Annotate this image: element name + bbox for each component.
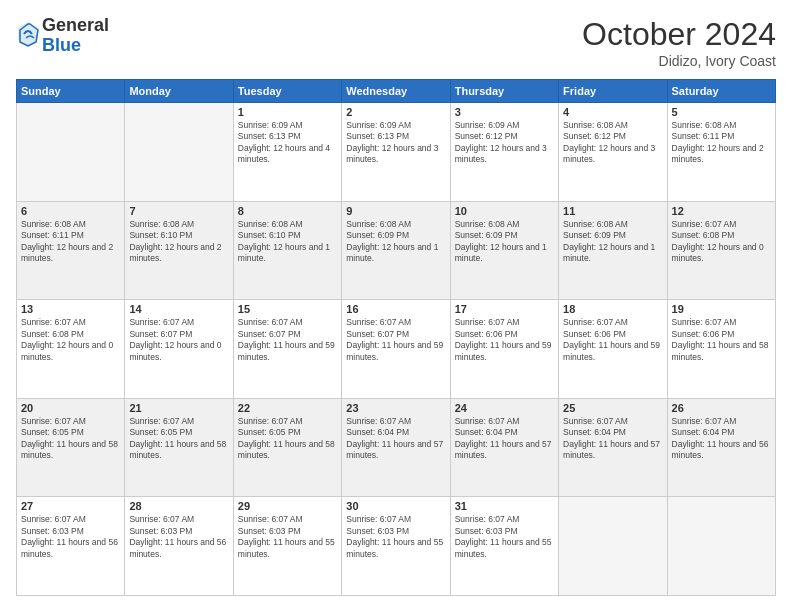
table-row: 6Sunrise: 6:08 AM Sunset: 6:11 PM Daylig… [17, 201, 125, 300]
table-row: 19Sunrise: 6:07 AM Sunset: 6:06 PM Dayli… [667, 300, 775, 399]
day-number: 31 [455, 500, 554, 512]
table-row: 5Sunrise: 6:08 AM Sunset: 6:11 PM Daylig… [667, 103, 775, 202]
day-number: 11 [563, 205, 662, 217]
table-row: 11Sunrise: 6:08 AM Sunset: 6:09 PM Dayli… [559, 201, 667, 300]
day-detail: Sunrise: 6:08 AM Sunset: 6:10 PM Dayligh… [238, 219, 337, 265]
day-number: 8 [238, 205, 337, 217]
table-row: 16Sunrise: 6:07 AM Sunset: 6:07 PM Dayli… [342, 300, 450, 399]
day-number: 17 [455, 303, 554, 315]
title-area: October 2024 Didizo, Ivory Coast [582, 16, 776, 69]
col-monday: Monday [125, 80, 233, 103]
table-row: 17Sunrise: 6:07 AM Sunset: 6:06 PM Dayli… [450, 300, 558, 399]
day-detail: Sunrise: 6:07 AM Sunset: 6:08 PM Dayligh… [21, 317, 120, 363]
day-detail: Sunrise: 6:09 AM Sunset: 6:12 PM Dayligh… [455, 120, 554, 166]
day-detail: Sunrise: 6:07 AM Sunset: 6:03 PM Dayligh… [21, 514, 120, 560]
day-number: 5 [672, 106, 771, 118]
day-detail: Sunrise: 6:07 AM Sunset: 6:05 PM Dayligh… [129, 416, 228, 462]
calendar-week-row: 1Sunrise: 6:09 AM Sunset: 6:13 PM Daylig… [17, 103, 776, 202]
day-number: 15 [238, 303, 337, 315]
logo-blue-text: Blue [42, 36, 109, 56]
table-row: 14Sunrise: 6:07 AM Sunset: 6:07 PM Dayli… [125, 300, 233, 399]
table-row: 22Sunrise: 6:07 AM Sunset: 6:05 PM Dayli… [233, 398, 341, 497]
day-detail: Sunrise: 6:07 AM Sunset: 6:06 PM Dayligh… [455, 317, 554, 363]
day-number: 24 [455, 402, 554, 414]
calendar-week-row: 13Sunrise: 6:07 AM Sunset: 6:08 PM Dayli… [17, 300, 776, 399]
day-number: 30 [346, 500, 445, 512]
day-detail: Sunrise: 6:09 AM Sunset: 6:13 PM Dayligh… [346, 120, 445, 166]
table-row: 2Sunrise: 6:09 AM Sunset: 6:13 PM Daylig… [342, 103, 450, 202]
day-detail: Sunrise: 6:07 AM Sunset: 6:04 PM Dayligh… [455, 416, 554, 462]
day-detail: Sunrise: 6:07 AM Sunset: 6:08 PM Dayligh… [672, 219, 771, 265]
day-detail: Sunrise: 6:07 AM Sunset: 6:03 PM Dayligh… [346, 514, 445, 560]
table-row: 18Sunrise: 6:07 AM Sunset: 6:06 PM Dayli… [559, 300, 667, 399]
day-number: 29 [238, 500, 337, 512]
calendar-week-row: 20Sunrise: 6:07 AM Sunset: 6:05 PM Dayli… [17, 398, 776, 497]
day-number: 26 [672, 402, 771, 414]
table-row: 1Sunrise: 6:09 AM Sunset: 6:13 PM Daylig… [233, 103, 341, 202]
logo-general-text: General [42, 16, 109, 36]
day-detail: Sunrise: 6:07 AM Sunset: 6:04 PM Dayligh… [672, 416, 771, 462]
day-detail: Sunrise: 6:08 AM Sunset: 6:11 PM Dayligh… [21, 219, 120, 265]
table-row: 25Sunrise: 6:07 AM Sunset: 6:04 PM Dayli… [559, 398, 667, 497]
day-number: 10 [455, 205, 554, 217]
day-detail: Sunrise: 6:07 AM Sunset: 6:05 PM Dayligh… [238, 416, 337, 462]
day-number: 19 [672, 303, 771, 315]
table-row: 12Sunrise: 6:07 AM Sunset: 6:08 PM Dayli… [667, 201, 775, 300]
table-row: 13Sunrise: 6:07 AM Sunset: 6:08 PM Dayli… [17, 300, 125, 399]
table-row [559, 497, 667, 596]
day-number: 7 [129, 205, 228, 217]
table-row: 27Sunrise: 6:07 AM Sunset: 6:03 PM Dayli… [17, 497, 125, 596]
day-number: 22 [238, 402, 337, 414]
table-row: 10Sunrise: 6:08 AM Sunset: 6:09 PM Dayli… [450, 201, 558, 300]
table-row: 26Sunrise: 6:07 AM Sunset: 6:04 PM Dayli… [667, 398, 775, 497]
day-number: 28 [129, 500, 228, 512]
day-detail: Sunrise: 6:07 AM Sunset: 6:03 PM Dayligh… [238, 514, 337, 560]
day-detail: Sunrise: 6:08 AM Sunset: 6:09 PM Dayligh… [563, 219, 662, 265]
day-detail: Sunrise: 6:07 AM Sunset: 6:07 PM Dayligh… [346, 317, 445, 363]
logo-icon [16, 20, 40, 48]
month-title: October 2024 [582, 16, 776, 53]
table-row: 28Sunrise: 6:07 AM Sunset: 6:03 PM Dayli… [125, 497, 233, 596]
day-detail: Sunrise: 6:07 AM Sunset: 6:06 PM Dayligh… [563, 317, 662, 363]
day-number: 25 [563, 402, 662, 414]
day-number: 6 [21, 205, 120, 217]
day-detail: Sunrise: 6:07 AM Sunset: 6:04 PM Dayligh… [563, 416, 662, 462]
day-number: 3 [455, 106, 554, 118]
day-detail: Sunrise: 6:07 AM Sunset: 6:03 PM Dayligh… [455, 514, 554, 560]
day-number: 1 [238, 106, 337, 118]
logo: General Blue [16, 16, 109, 56]
col-wednesday: Wednesday [342, 80, 450, 103]
day-number: 23 [346, 402, 445, 414]
table-row: 30Sunrise: 6:07 AM Sunset: 6:03 PM Dayli… [342, 497, 450, 596]
day-detail: Sunrise: 6:08 AM Sunset: 6:10 PM Dayligh… [129, 219, 228, 265]
day-number: 16 [346, 303, 445, 315]
col-saturday: Saturday [667, 80, 775, 103]
day-detail: Sunrise: 6:09 AM Sunset: 6:13 PM Dayligh… [238, 120, 337, 166]
day-number: 21 [129, 402, 228, 414]
table-row: 29Sunrise: 6:07 AM Sunset: 6:03 PM Dayli… [233, 497, 341, 596]
weekday-header-row: Sunday Monday Tuesday Wednesday Thursday… [17, 80, 776, 103]
day-detail: Sunrise: 6:08 AM Sunset: 6:12 PM Dayligh… [563, 120, 662, 166]
day-number: 13 [21, 303, 120, 315]
day-number: 18 [563, 303, 662, 315]
day-detail: Sunrise: 6:07 AM Sunset: 6:06 PM Dayligh… [672, 317, 771, 363]
day-detail: Sunrise: 6:08 AM Sunset: 6:09 PM Dayligh… [346, 219, 445, 265]
day-number: 9 [346, 205, 445, 217]
table-row: 15Sunrise: 6:07 AM Sunset: 6:07 PM Dayli… [233, 300, 341, 399]
table-row: 8Sunrise: 6:08 AM Sunset: 6:10 PM Daylig… [233, 201, 341, 300]
day-number: 4 [563, 106, 662, 118]
day-detail: Sunrise: 6:08 AM Sunset: 6:11 PM Dayligh… [672, 120, 771, 166]
table-row [17, 103, 125, 202]
day-detail: Sunrise: 6:07 AM Sunset: 6:05 PM Dayligh… [21, 416, 120, 462]
col-sunday: Sunday [17, 80, 125, 103]
col-tuesday: Tuesday [233, 80, 341, 103]
day-number: 27 [21, 500, 120, 512]
table-row: 3Sunrise: 6:09 AM Sunset: 6:12 PM Daylig… [450, 103, 558, 202]
table-row [667, 497, 775, 596]
table-row: 24Sunrise: 6:07 AM Sunset: 6:04 PM Dayli… [450, 398, 558, 497]
location-subtitle: Didizo, Ivory Coast [582, 53, 776, 69]
day-number: 20 [21, 402, 120, 414]
table-row: 7Sunrise: 6:08 AM Sunset: 6:10 PM Daylig… [125, 201, 233, 300]
day-number: 2 [346, 106, 445, 118]
day-detail: Sunrise: 6:08 AM Sunset: 6:09 PM Dayligh… [455, 219, 554, 265]
